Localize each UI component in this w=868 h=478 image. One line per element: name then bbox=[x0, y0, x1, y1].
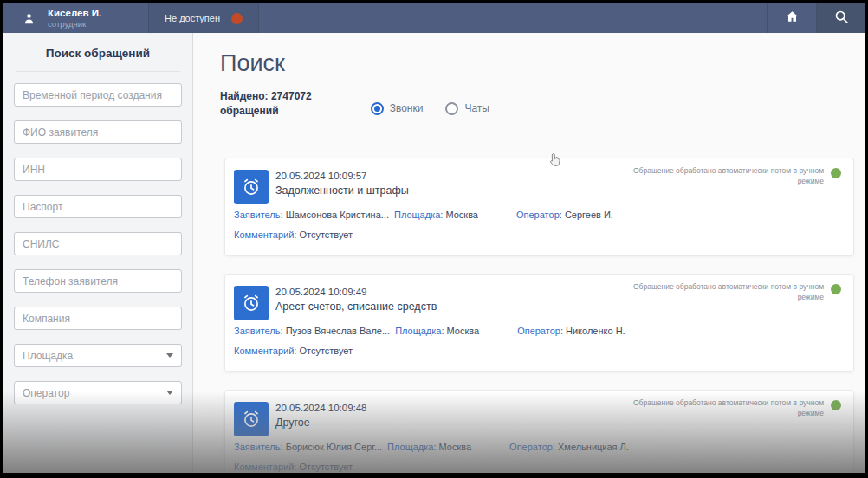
site-value: Москва bbox=[445, 210, 478, 220]
found-label: Найдено: bbox=[220, 90, 269, 102]
call-alarm-icon bbox=[234, 286, 269, 320]
card-status: Обращение обработано автоматически потом… bbox=[626, 166, 841, 187]
operator-field: Оператор: Сергеев И. bbox=[516, 210, 853, 220]
card-meta-row: Заявитель: Шамсонова Кристина... Площадк… bbox=[234, 210, 853, 220]
field-inn-input[interactable] bbox=[14, 158, 182, 181]
request-card[interactable]: 20.05.2024 10:09:57 Задолженности и штра… bbox=[224, 158, 854, 256]
status-green-dot-icon bbox=[831, 284, 841, 294]
site-select-placeholder: Площадка bbox=[23, 350, 73, 362]
applicant-value: Пузов Вячеслав Вале... bbox=[286, 326, 390, 336]
global-search-button[interactable] bbox=[816, 3, 865, 33]
comment-label: Комментарий: bbox=[234, 346, 296, 356]
radio-calls-label: Звонки bbox=[390, 102, 424, 114]
search-icon bbox=[833, 9, 850, 29]
operator-value: Николенко Н. bbox=[566, 326, 625, 336]
search-sidebar: Поиск обращений Площадка Оператор bbox=[3, 33, 193, 473]
field-snils-input[interactable] bbox=[14, 232, 182, 255]
app-frame: Киселев И. сотрудник Не доступен bbox=[3, 3, 865, 473]
sidebar-divider bbox=[16, 71, 180, 72]
applicant-value: Шамсонова Кристина... bbox=[286, 210, 389, 220]
busy-dot-icon bbox=[231, 13, 243, 24]
found-word: обращений bbox=[220, 104, 312, 119]
app-window: Киселев И. сотрудник Не доступен bbox=[0, 0, 868, 478]
comment-field: Комментарий: Отсутствует bbox=[234, 346, 853, 356]
status-green-dot-icon bbox=[831, 168, 841, 178]
operator-field: Оператор: Николенко Н. bbox=[517, 326, 853, 336]
site-label: Площадка: bbox=[387, 442, 436, 452]
chevron-down-icon bbox=[166, 353, 173, 358]
applicant-label: Заявитель: bbox=[234, 210, 283, 220]
status-text: Обращение обработано автоматически потом… bbox=[626, 282, 824, 303]
applicant-value: Борисюк Юлия Серг... bbox=[286, 442, 382, 452]
page-title: Поиск bbox=[220, 50, 865, 77]
site-field: Площадка: Москва bbox=[394, 210, 516, 220]
top-bar: Киселев И. сотрудник Не доступен bbox=[3, 3, 865, 33]
sidebar-title: Поиск обращений bbox=[3, 47, 192, 60]
user-role: сотрудник bbox=[48, 19, 101, 29]
applicant-label: Заявитель: bbox=[234, 326, 283, 336]
availability-status[interactable]: Не доступен bbox=[148, 3, 259, 33]
operator-field: Оператор: Хмельницкая Л. bbox=[509, 442, 853, 452]
status-text: Обращение обработано автоматически потом… bbox=[626, 166, 824, 187]
applicant-field: Заявитель: Пузов Вячеслав Вале... bbox=[234, 326, 395, 336]
field-fio-input[interactable] bbox=[14, 120, 182, 144]
status-green-dot-icon bbox=[831, 400, 841, 410]
radio-chats-label: Чаты bbox=[464, 102, 489, 114]
card-status: Обращение обработано автоматически потом… bbox=[626, 398, 841, 419]
site-value: Москва bbox=[439, 442, 472, 452]
site-field: Площадка: Москва bbox=[395, 326, 517, 336]
radio-selected-icon bbox=[371, 102, 384, 115]
applicant-field: Заявитель: Борисюк Юлия Серг... bbox=[234, 442, 387, 452]
comment-label: Комментарий: bbox=[234, 462, 296, 472]
user-icon bbox=[23, 12, 36, 25]
user-menu[interactable]: Киселев И. сотрудник bbox=[3, 3, 148, 33]
applicant-field: Заявитель: Шамсонова Кристина... bbox=[234, 210, 394, 220]
found-count: 2747072 bbox=[271, 90, 312, 102]
comment-label: Комментарий: bbox=[234, 229, 296, 240]
operator-select-placeholder: Оператор bbox=[23, 387, 69, 399]
home-icon bbox=[785, 10, 800, 28]
radio-chats[interactable]: Чаты bbox=[445, 102, 489, 115]
chevron-down-icon bbox=[166, 391, 173, 395]
operator-label: Оператор: bbox=[517, 326, 563, 336]
results-summary-row: Найдено: 2747072 обращений Звонки Чаты bbox=[220, 89, 865, 119]
site-label: Площадка: bbox=[395, 326, 444, 336]
availability-label: Не доступен bbox=[165, 13, 220, 23]
field-phone-input[interactable] bbox=[14, 269, 182, 293]
card-meta-row: Заявитель: Борисюк Юлия Серг... Площадка… bbox=[234, 442, 853, 452]
result-type-switch: Звонки Чаты bbox=[371, 98, 489, 119]
comment-value: Отсутствует bbox=[299, 346, 353, 356]
operator-label: Оператор: bbox=[516, 210, 562, 220]
request-card[interactable]: 20.05.2024 10:09:49 Арест счетов, списан… bbox=[224, 274, 854, 372]
request-card[interactable]: 20.05.2024 10:09:48 Другое Обращение обр… bbox=[224, 390, 854, 473]
site-label: Площадка: bbox=[394, 210, 443, 220]
call-alarm-icon bbox=[234, 170, 269, 204]
header-spacer bbox=[259, 3, 767, 33]
main-content: Поиск Найдено: 2747072 обращений Звонки … bbox=[194, 33, 865, 473]
comment-value: Отсутствует bbox=[299, 229, 353, 240]
operator-value: Сергеев И. bbox=[565, 210, 613, 220]
field-company-input[interactable] bbox=[14, 307, 182, 330]
status-text: Обращение обработано автоматически потом… bbox=[626, 398, 824, 419]
found-counter: Найдено: 2747072 обращений bbox=[220, 89, 312, 119]
radio-calls[interactable]: Звонки bbox=[371, 102, 424, 115]
card-meta-row: Заявитель: Пузов Вячеслав Вале... Площад… bbox=[234, 326, 853, 336]
site-field: Площадка: Москва bbox=[387, 442, 509, 452]
card-status: Обращение обработано автоматически потом… bbox=[626, 282, 841, 303]
home-button[interactable] bbox=[767, 3, 816, 33]
operator-label: Оператор: bbox=[509, 442, 555, 452]
results-list: 20.05.2024 10:09:57 Задолженности и штра… bbox=[224, 158, 854, 473]
comment-field: Комментарий: Отсутствует bbox=[234, 462, 853, 472]
site-value: Москва bbox=[447, 326, 480, 336]
applicant-label: Заявитель: bbox=[234, 442, 283, 452]
comment-value: Отсутствует bbox=[299, 462, 353, 472]
search-filters: Площадка Оператор bbox=[3, 83, 192, 404]
call-alarm-icon bbox=[234, 402, 269, 436]
field-operator-select[interactable]: Оператор bbox=[14, 381, 182, 404]
operator-value: Хмельницкая Л. bbox=[558, 442, 629, 452]
field-period-input[interactable] bbox=[14, 83, 182, 107]
field-site-select[interactable]: Площадка bbox=[14, 344, 182, 367]
field-passport-input[interactable] bbox=[14, 195, 182, 218]
comment-field: Комментарий: Отсутствует bbox=[234, 229, 853, 240]
user-name: Киселев И. bbox=[48, 7, 101, 19]
